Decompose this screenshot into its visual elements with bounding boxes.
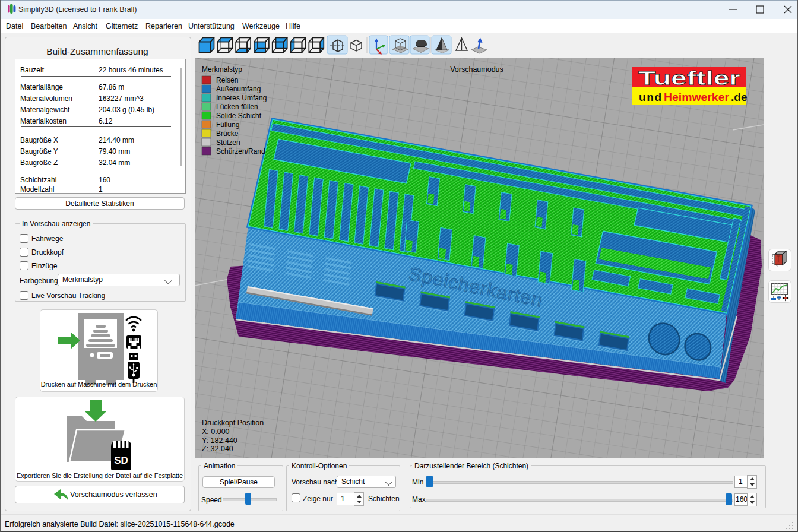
svg-text:Außenumfang: Außenumfang: [216, 85, 261, 93]
svg-text:.de: .de: [731, 91, 747, 103]
svg-text:Brücke: Brücke: [216, 129, 239, 138]
svg-text:Solide Schicht: Solide Schicht: [216, 112, 262, 120]
svg-text:Lücken füllen: Lücken füllen: [216, 103, 258, 111]
svg-text:Füllung: Füllung: [216, 121, 239, 129]
svg-text:Schürzen/Rand: Schürzen/Rand: [216, 147, 265, 156]
svg-text:Reisen: Reisen: [216, 76, 238, 84]
svg-text:SD: SD: [114, 455, 128, 466]
svg-text:Inneres Umfang: Inneres Umfang: [216, 94, 267, 102]
svg-text:Vorschaumodus: Vorschaumodus: [450, 65, 504, 74]
svg-text:Stützen: Stützen: [216, 138, 240, 147]
svg-text:X: 0.000: X: 0.000: [202, 428, 230, 436]
svg-text:Merkmalstyp: Merkmalstyp: [202, 65, 242, 74]
svg-text:Tueftler: Tueftler: [638, 66, 740, 89]
svg-text:Y: 182.440: Y: 182.440: [202, 436, 238, 445]
svg-text:Heimwerker: Heimwerker: [664, 91, 730, 103]
svg-text:Z: 32.040: Z: 32.040: [202, 445, 233, 453]
svg-text:Druckkopf Position: Druckkopf Position: [202, 419, 264, 427]
svg-text:und: und: [639, 91, 661, 103]
